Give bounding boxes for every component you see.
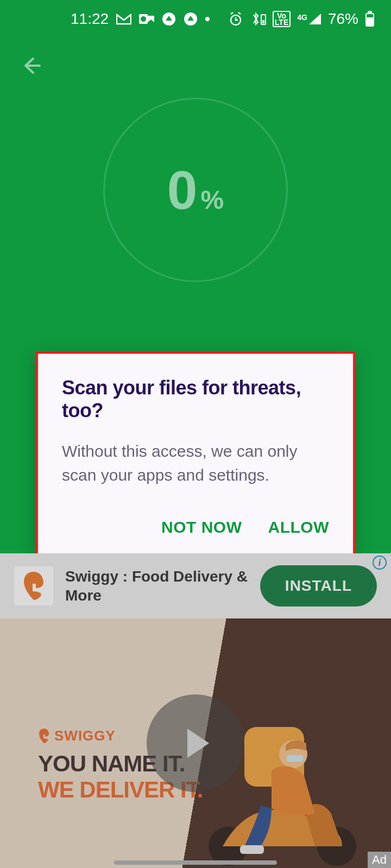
more-notifications-dot-icon: [205, 17, 210, 21]
swiggy-logo-icon: [38, 728, 50, 744]
ad-app-icon: [14, 566, 53, 605]
svg-rect-9: [367, 14, 373, 17]
network-type: 4G: [297, 13, 307, 22]
back-arrow-icon: [19, 54, 42, 79]
svg-rect-15: [240, 845, 264, 854]
play-icon: [174, 722, 217, 764]
ad-brand-text: SWIGGY: [54, 727, 116, 744]
back-button[interactable]: [15, 52, 46, 82]
screen: 11:22 Vo LTE: [0, 0, 391, 868]
svg-rect-6: [262, 20, 264, 23]
allow-button[interactable]: ALLOW: [268, 518, 329, 537]
notification-circle-icon: [184, 12, 198, 26]
alarm-icon: [228, 11, 243, 27]
ad-title: Swiggy : Food Delivery & More: [65, 567, 248, 605]
svg-rect-8: [368, 11, 372, 14]
battery-icon: [365, 11, 375, 27]
install-button[interactable]: INSTALL: [260, 565, 377, 607]
scan-progress-value: 0 %: [167, 163, 224, 217]
not-now-button[interactable]: NOT NOW: [161, 518, 242, 537]
dialog-title: Scan your files for threats, too?: [62, 376, 329, 422]
signal-icon: 4G: [297, 13, 321, 25]
ad-info-icon[interactable]: i: [373, 556, 387, 570]
dialog-actions: NOT NOW ALLOW: [62, 518, 329, 537]
status-bar: 11:22 Vo LTE: [0, 0, 391, 38]
outlook-icon: [139, 12, 154, 25]
notification-circle-icon: [162, 12, 176, 26]
svg-rect-1: [141, 16, 146, 22]
scan-progress-ring: 0 %: [103, 98, 288, 282]
volte-bot: LTE: [275, 19, 288, 25]
volte-icon: Vo LTE: [273, 11, 291, 27]
status-left: 11:22: [71, 10, 210, 28]
dialog-body: Without this access, we can only scan yo…: [62, 439, 329, 487]
ad-video-area[interactable]: SWIGGY YOU NAME IT. WE DELIVER IT. Ad: [0, 618, 391, 868]
ad-banner: i Swiggy : Food Delivery & More INSTALL: [0, 553, 391, 868]
svg-rect-14: [287, 755, 303, 762]
gesture-nav-bar[interactable]: [114, 860, 277, 865]
scan-progress-number: 0: [167, 163, 198, 217]
bluetooth-battery-icon: [250, 11, 266, 27]
gmail-icon: [116, 13, 131, 25]
status-time: 11:22: [71, 10, 109, 28]
ad-header[interactable]: i Swiggy : Food Delivery & More INSTALL: [0, 553, 391, 618]
ad-badge: Ad: [368, 852, 391, 868]
play-button[interactable]: [147, 694, 244, 792]
battery-percent: 76%: [328, 10, 358, 28]
status-right: Vo LTE 4G 76%: [228, 10, 375, 28]
permission-dialog: Scan your files for threats, too? Withou…: [36, 352, 355, 557]
scan-progress-unit: %: [200, 187, 224, 213]
